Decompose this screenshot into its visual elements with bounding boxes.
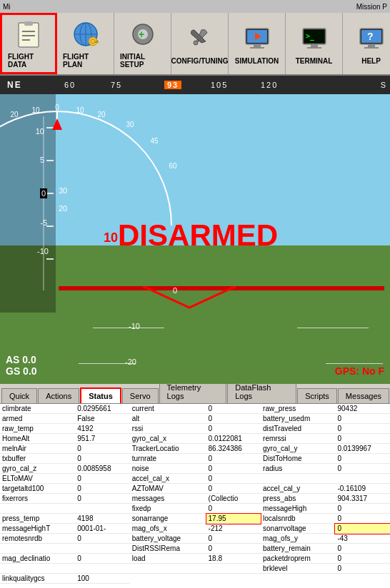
data-key-press_abs: press_abs [261,494,335,504]
svg-text:45: 45 [150,137,159,145]
data-val-linkqualitygcs: 100 [75,574,130,584]
data-val-battery_remain: 0 [335,544,390,554]
nav-help-label: HELP [361,57,381,65]
nav-flight-plan[interactable]: FLIGHT PLAN [57,13,114,74]
airspeed-display: AS 0.0 GS 0.0 [6,354,37,377]
svg-text:+: + [139,29,144,40]
disarmed-status: 10DISARMED [104,218,278,253]
data-val-press_temp: 4198 [75,514,130,524]
nav-flight-data-label: FLIGHT DATA [8,53,49,69]
svg-text:10: 10 [76,106,84,114]
compass-75: 75 [111,81,122,89]
svg-rect-11 [94,41,99,43]
data-key-battery_voltage: battery_voltage [130,534,206,544]
nav-simulation[interactable]: SIMULATION [229,13,286,74]
compass-105: 105 [211,81,228,89]
disarmed-text: DISARMED [118,218,278,252]
data-key- [261,474,335,484]
svg-rect-1 [24,21,33,26]
svg-marker-44 [52,118,62,130]
data-key-battery_usedm: battery_usedm [261,414,335,424]
svg-text:>_: >_ [306,32,315,41]
topbar-left: Mi [3,3,11,11]
data-key-noise: noise [130,464,206,474]
data-key-fixerrors: fixerrors [0,494,75,504]
data-val-messageHigh: 0 [335,504,390,514]
data-key-turnrate: turnrate [130,454,206,464]
data-key-packetdroprem: packetdroprem [261,554,335,564]
tab-scripts[interactable]: Scripts [297,388,337,403]
data-val-rssi: 0 [206,424,261,434]
svg-rect-31 [364,47,379,49]
svg-text:60: 60 [169,162,177,170]
data-val-current: 0 [206,404,261,414]
nav-simulation-label: SIMULATION [235,57,279,65]
data-key-raw_press: raw_press [261,404,335,414]
data-key-accel_cal_y: accel_cal_y [261,484,335,494]
data-val-fixedp: 0 [206,504,261,514]
compass-bar: NE 60 75 93 105 120 S [0,76,390,94]
data-key-mag_ofs_y: mag_ofs_y [261,534,335,544]
data-val-climbrate: 0.0295661 [75,404,130,414]
nav-terminal[interactable]: >_ TERMINAL [286,13,343,74]
data-val-AZToMAV: 0 [206,484,261,494]
data-val- [206,564,261,574]
wrench-icon [184,23,216,54]
tab-servo[interactable]: Servo [122,388,159,403]
data-val-packetdroprem: 0 [335,554,390,564]
data-val-DistRSSIRema: 0 [206,544,261,554]
data-val-messages: (Collectio [206,494,261,504]
tab-actions[interactable]: Actions [38,388,79,403]
airspeed-label: AS 0.0 [6,354,37,365]
data-key-distTraveled: distTraveled [261,424,335,434]
compass-ne: NE [7,80,22,90]
pitch-line-neg10-right [297,328,369,328]
data-val-accel_cal_x: 0 [206,474,261,484]
data-key-current: current [130,404,206,414]
nav-config-tuning[interactable]: CONFIG/TUNING [171,13,229,74]
compass-60: 60 [64,81,76,89]
data-key-messageHigh: messageHigh [261,504,335,514]
data-key-DistRSSIRema: DistRSSIRema [130,544,206,554]
data-key-txbuffer: txbuffer [0,454,75,464]
clipboard-icon [13,19,44,50]
pitch-line-neg20-right [326,363,383,364]
data-val-press_abs: 904.3317 [335,494,390,504]
data-val-raw_press: 90432 [335,404,390,414]
data-key-gyro_cal_z: gyro_cal_z [0,464,75,474]
data-val-load: 18.8 [206,554,261,564]
data-key-mag_declinatio: mag_declinatio [0,554,75,564]
gps-status: GPS: No F [335,365,384,377]
data-val-sonarrange: 17.95 [206,514,261,524]
data-key-fixedp: fixedp [130,504,206,514]
disarmed-prefix: 10 [104,230,118,245]
data-val-remrssi: 0 [335,434,390,444]
svg-text:0: 0 [55,103,59,111]
nav-help[interactable]: ? HELP [343,13,390,74]
pitch-line-neg10-left [93,328,164,328]
compass-s: S [381,81,387,89]
compass-93: 93 [164,81,181,89]
svg-rect-30 [368,44,375,47]
data-val-radius: 0 [335,464,390,474]
data-val-melnAir: 0 [75,444,130,454]
tab-messages[interactable]: Messages [338,388,389,403]
data-key- [0,564,75,574]
tab-status[interactable]: Status [80,387,121,403]
nav-initial-setup[interactable]: + INITIAL SETUP [114,13,171,74]
nav-config-tuning-label: CONFIG/TUNING [171,57,229,65]
data-key- [0,544,75,554]
terminal-icon: >_ [299,23,330,54]
globe-icon [70,19,101,50]
topbar: Mi Mission P [0,0,390,13]
help-icon: ? [356,23,387,54]
data-val-brklevel: 0 [335,564,390,574]
nav-flight-data[interactable]: FLIGHT DATA [0,13,57,74]
data-key- [130,564,206,574]
svg-text:20: 20 [97,111,106,118]
groundspeed-label: GS 0.0 [6,365,37,377]
svg-text:10: 10 [31,106,40,114]
data-key-DistToHome: DistToHome [261,454,335,464]
tab-quick[interactable]: Quick [1,388,37,403]
tab-strip: Quick Actions Status Servo Telemetry Log… [0,384,390,404]
